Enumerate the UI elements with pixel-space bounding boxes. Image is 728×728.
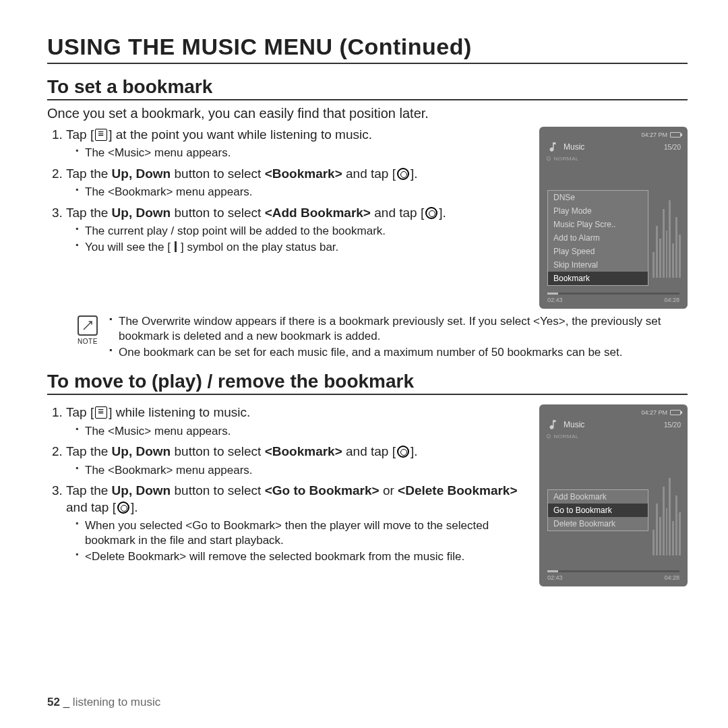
s2-step3-sub1: When you selected <Go to Bookmark> then … xyxy=(75,518,530,548)
device-menu-item: Music Play Scre.. xyxy=(548,218,648,231)
time-total: 04:28 xyxy=(664,297,679,303)
text: and tap [ xyxy=(371,206,424,220)
text: Tap the xyxy=(66,444,112,458)
device-time: 04:27 PM xyxy=(641,409,667,416)
footer-sep: _ xyxy=(63,696,69,708)
text: Tap the xyxy=(66,483,112,497)
note-icon xyxy=(78,315,98,336)
text: ] while listening to music. xyxy=(109,405,250,419)
s1-step3-sub1: The current play / stop point will be ad… xyxy=(75,224,530,239)
s2-step1-sub: The <Music> menu appears. xyxy=(75,424,530,439)
select-icon xyxy=(117,502,129,514)
s1-step1: Tap [] at the point you want while liste… xyxy=(66,127,530,160)
s1-step3: Tap the Up, Down button to select <Add B… xyxy=(66,205,530,255)
s2-step3: Tap the Up, Down button to select <Go to… xyxy=(66,483,530,564)
text: button to select xyxy=(171,206,264,220)
equalizer-icon xyxy=(653,469,681,555)
footer-section: listening to music xyxy=(73,696,160,708)
menu-icon xyxy=(95,406,107,419)
text: Tap [ xyxy=(66,405,94,419)
text-bold: <Delete Bookmark> xyxy=(398,483,517,497)
select-icon xyxy=(397,168,409,180)
time-elapsed: 02:43 xyxy=(547,297,563,303)
device-title: Music xyxy=(564,420,660,429)
menu-icon xyxy=(95,129,107,141)
section1-steps: Tap [] at the point you want while liste… xyxy=(47,127,530,255)
device-screenshot-1: 04:27 PM Music 15/20 NORMAL DNSePlay Mod… xyxy=(539,127,688,309)
time-total: 04:28 xyxy=(664,574,679,581)
text-bold: <Add Bookmark> xyxy=(265,206,371,220)
device-normal: NORMAL xyxy=(554,433,579,439)
text-bold: Up, Down xyxy=(112,483,171,497)
battery-icon xyxy=(670,132,681,138)
text: You will see the [ xyxy=(85,241,171,253)
device-menu-item: DNSe xyxy=(548,191,648,204)
text: Tap the xyxy=(66,206,112,220)
s1-step2-sub: The <Bookmark> menu appears. xyxy=(75,185,530,200)
select-icon xyxy=(425,207,437,219)
note-block: NOTE The Overwrite window appears if the… xyxy=(74,314,688,361)
page-footer: 52 _ listening to music xyxy=(47,696,160,709)
device-menu-item: Go to Bookmark xyxy=(548,504,648,517)
device-menu-item: Add to Alarm xyxy=(548,231,648,245)
text: Tap [ xyxy=(66,127,94,142)
device-menu-item: Delete Bookmark xyxy=(548,517,648,530)
device-time: 04:27 PM xyxy=(641,131,667,138)
s1-step2: Tap the Up, Down button to select <Bookm… xyxy=(66,166,530,200)
s2-step2: Tap the Up, Down button to select <Bookm… xyxy=(66,444,530,477)
device-menu-item: Add Bookmark xyxy=(548,490,648,504)
text-bold: <Bookmark> xyxy=(265,166,342,181)
s2-step3-sub2: <Delete Bookmark> will remove the select… xyxy=(75,549,530,564)
time-elapsed: 02:43 xyxy=(547,574,563,581)
text: and tap [ xyxy=(342,444,396,458)
text: ] at the point you want while listening … xyxy=(109,127,372,142)
text: ] symbol on the play status bar. xyxy=(181,241,338,253)
device-title: Music xyxy=(564,142,660,152)
equalizer-icon xyxy=(653,191,681,278)
text: and tap [ xyxy=(66,500,116,514)
select-icon xyxy=(397,446,409,458)
s1-step3-sub2: You will see the [] symbol on the play s… xyxy=(75,240,530,255)
device-menu-2: Add BookmarkGo to BookmarkDelete Bookmar… xyxy=(547,489,648,531)
text: button to select xyxy=(171,166,264,181)
bookmark-bar-icon xyxy=(175,241,177,252)
s1-step1-sub: The <Music> menu appears. xyxy=(75,146,530,160)
device-menu-item: Play Speed xyxy=(548,245,648,258)
device-menu-1: DNSePlay ModeMusic Play Scre..Add to Ala… xyxy=(547,190,648,286)
device-count: 15/20 xyxy=(664,144,681,151)
text: or xyxy=(380,483,398,497)
s2-step1: Tap [] while listening to music. The <Mu… xyxy=(66,404,530,438)
text-bold: Up, Down xyxy=(112,206,171,220)
section1-intro: Once you set a bookmark, you can easily … xyxy=(47,106,688,121)
section-move-bookmark-title: To move to (play) / remove the bookmark xyxy=(47,371,688,395)
battery-icon xyxy=(670,410,681,415)
device-normal: NORMAL xyxy=(554,156,579,162)
note-item-2: One bookmark can be set for each music f… xyxy=(109,345,688,360)
page-title: USING THE MUSIC MENU (Continued) xyxy=(47,34,688,64)
text-bold: <Bookmark> xyxy=(265,444,342,458)
progress-bar xyxy=(547,293,679,295)
text: ]. xyxy=(131,500,138,514)
text: ]. xyxy=(439,206,446,220)
device-count: 15/20 xyxy=(664,421,681,429)
text: button to select xyxy=(171,483,264,497)
page-number: 52 xyxy=(47,696,60,708)
text: Tap the xyxy=(66,166,112,181)
section2-steps: Tap [] while listening to music. The <Mu… xyxy=(47,404,530,564)
note-item-1: The Overwrite window appears if there is… xyxy=(109,314,688,344)
text-bold: Up, Down xyxy=(112,166,171,181)
text: button to select xyxy=(171,444,264,458)
device-menu-item: Skip Interval xyxy=(548,258,648,272)
music-note-icon xyxy=(546,418,559,431)
section-set-bookmark-title: To set a bookmark xyxy=(47,76,688,100)
text: ]. xyxy=(411,166,418,181)
music-note-icon xyxy=(546,140,559,154)
progress-bar xyxy=(547,570,679,572)
text: ]. xyxy=(411,444,418,458)
device-screenshot-2: 04:27 PM Music 15/20 NORMAL Add Bookmark… xyxy=(539,404,688,586)
note-label: NOTE xyxy=(78,337,98,346)
s2-step2-sub: The <Bookmark> menu appears. xyxy=(75,463,530,478)
text-bold: <Go to Bookmark> xyxy=(265,483,380,497)
text: and tap [ xyxy=(342,166,396,181)
text-bold: Up, Down xyxy=(112,444,171,458)
